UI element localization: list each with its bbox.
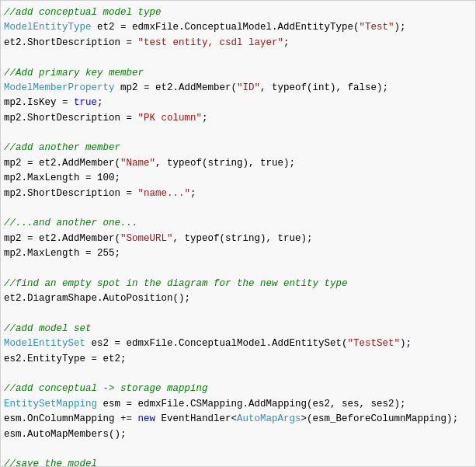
code-line: ModelEntityType et2 = edmxFile.Conceptua… [4,20,469,35]
code-token: ModelEntityType [4,22,92,33]
code-token: et2.ShortDescription = [4,37,138,48]
code-line: EntitySetMapping esm = edmxFile.CSMappin… [4,397,469,412]
code-token: ); [394,22,406,33]
code-token: ModelMemberProperty [4,82,115,93]
code-token: ; [190,188,196,199]
code-token: mp2.ShortDescription = [4,188,138,199]
code-line: //Add primary key member [4,66,469,81]
code-token: //...and another one... [4,218,138,228]
code-token: //add conceptual model type [4,7,162,18]
code-token: et2.DiagramShape.AutoPosition(); [4,293,190,304]
code-token: , typeof(string), true); [155,158,295,169]
code-token: "ID" [237,82,260,93]
code-token: //find an empty spot in the diagram for … [4,278,348,289]
code-token: "Test" [360,22,394,33]
code-token: "TestSet" [348,338,401,349]
code-line: mp2.MaxLength = 255; [4,246,469,261]
code-line [4,442,469,457]
code-token: esm.OnColumnMapping += [4,413,138,424]
code-token: >(esm_BeforeColumnMapping); [301,413,459,424]
code-line [4,201,469,216]
code-line: mp2.IsKey = true; [4,96,469,110]
code-line: //add conceptual model type [4,5,469,20]
code-token: esm = edmxFile.CSMapping.AddMapping(es2,… [97,399,406,409]
code-token: "SomeURL" [120,233,173,244]
code-line [4,367,469,382]
code-token: es2 = edmxFile.ConceptualModel.AddEntity… [85,338,348,349]
code-token: ; [202,113,208,124]
code-token: EventHandler< [155,413,237,424]
code-line: mp2 = et2.AddMember("SomeURL", typeof(st… [4,232,469,246]
code-line: mp2.ShortDescription = "name..."; [4,186,469,201]
code-token: "Name" [120,158,155,169]
code-token: es2.EntityType = et2; [4,354,127,364]
code-line: mp2 = et2.AddMember("Name", typeof(strin… [4,156,469,171]
code-token: //add conceptual -> storage mapping [4,383,208,394]
code-line: ModelEntitySet es2 = edmxFile.Conceptual… [4,336,469,351]
code-line [4,307,469,322]
code-token: "test entity, csdl layer" [138,37,284,48]
code-token: mp2 = et2.AddMember( [4,233,120,244]
code-token: esm.AutoMapMembers(); [4,429,127,440]
code-token: //Add primary key member [4,68,144,78]
code-line: //add conceptual -> storage mapping [4,382,469,396]
code-token: , typeof(string), true); [173,233,313,244]
code-token: mp2.MaxLength = 100; [4,173,120,183]
code-token: mp2.ShortDescription = [4,113,138,124]
code-line: esm.AutoMapMembers(); [4,427,469,442]
code-token: ModelEntitySet [4,338,85,349]
code-token: mp2.IsKey = [4,97,74,108]
code-line: mp2.MaxLength = 100; [4,171,469,186]
code-token: et2 = edmxFile.ConceptualModel.AddEntity… [92,22,360,33]
code-line: es2.EntityType = et2; [4,352,469,367]
code-line: et2.DiagramShape.AutoPosition(); [4,291,469,306]
code-token: //add another member [4,142,120,153]
code-token: ); [400,338,412,349]
code-token: mp2.MaxLength = 255; [4,248,120,259]
code-line: //...and another one... [4,216,469,231]
code-line: //add another member [4,141,469,155]
code-token: "name..." [138,188,191,199]
code-token: AutoMapArgs [237,413,301,424]
code-line [4,261,469,276]
code-block: //add conceptual model typeModelEntityTy… [0,0,476,467]
code-line [4,126,469,141]
code-token: true [74,97,97,108]
code-token: //save the model [4,458,97,467]
code-line: esm.OnColumnMapping += new EventHandler<… [4,412,469,427]
code-token: mp2 = et2.AddMember( [4,158,120,169]
code-token: , typeof(int), false); [260,82,388,93]
code-line: //save the model [4,457,469,467]
code-token: EntitySetMapping [4,399,97,409]
code-token: ; [283,37,290,48]
code-line [4,51,469,65]
code-line: ModelMemberProperty mp2 = et2.AddMember(… [4,81,469,96]
code-line: mp2.ShortDescription = "PK column"; [4,111,469,126]
code-token: ; [97,97,103,108]
code-token: "PK column" [138,113,203,124]
code-line: //add model set [4,322,469,336]
code-token: //add model set [4,323,92,334]
code-token: new [138,413,156,424]
code-line: et2.ShortDescription = "test entity, csd… [4,36,469,51]
code-token: mp2 = et2.AddMember( [115,82,238,93]
code-line: //find an empty spot in the diagram for … [4,277,469,291]
